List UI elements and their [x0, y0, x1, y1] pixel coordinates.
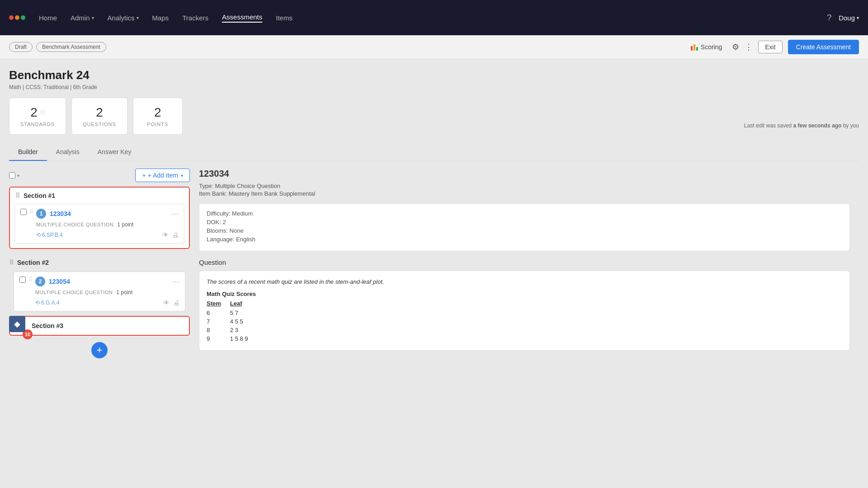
gear-icon[interactable]: ⚙	[732, 42, 739, 52]
section-1-container: ⠿ Section #1 ⠿ 1 123034 ⋯	[9, 187, 190, 249]
item-card-1[interactable]: ⠿ 1 123034 ⋯ MULTIPLE CHOICE QUESTION 1 …	[14, 204, 184, 244]
chevron-down-icon: ▾	[857, 15, 859, 20]
select-dropdown-icon[interactable]: ▾	[17, 173, 19, 178]
scoring-button[interactable]: Scoring	[686, 41, 726, 53]
nav-right: ? Doug ▾	[827, 13, 859, 23]
difficulty-row: Difficulty: Medium	[207, 210, 842, 217]
blooms-row: Blooms: None	[207, 227, 842, 234]
exit-button[interactable]: Exit	[758, 41, 782, 53]
item-1-checkbox[interactable]	[20, 209, 27, 215]
select-all-checkbox[interactable]	[9, 172, 15, 178]
more-options-icon[interactable]: ⋮	[745, 42, 753, 52]
chevron-down-icon: ▾	[137, 15, 139, 20]
chevron-down-icon: ▾	[92, 15, 94, 20]
scoring-icon	[691, 43, 698, 51]
stem-value: 7	[207, 317, 230, 326]
diamond-icon: ◆	[9, 316, 25, 332]
benchmark-badge[interactable]: Benchmark Assessment	[36, 42, 106, 52]
item-1-type-row: MULTIPLE CHOICE QUESTION 1 point	[36, 221, 179, 228]
item-detail-bank: Item Bank: Mastery Item Bank Supplementa…	[199, 190, 850, 197]
main-layout: ▾ + + Add Item ▾ ⠿ Section #1 ⠿	[9, 169, 859, 363]
item-2-number: 2	[35, 277, 45, 286]
question-content: The scores of a recent math quiz are lis…	[199, 271, 850, 351]
item-2-id: 123054	[49, 278, 169, 285]
language-row: Language: English	[207, 236, 842, 243]
dok-row: DOK: 2	[207, 219, 842, 225]
item-1-id: 123034	[50, 210, 168, 217]
standard-icon: ⟲	[35, 300, 40, 306]
item-1-drag-icon[interactable]: ⠿	[29, 209, 33, 215]
table-header-leaf: Leaf	[230, 299, 257, 309]
item-card-2[interactable]: ⠿ 2 123054 ⋯ MULTIPLE CHOICE QUESTION 1 …	[14, 272, 185, 311]
table-row: 6 5 7	[207, 309, 257, 317]
stem-leaf-table: Stem Leaf 6 5 7 7 4 5 5	[207, 299, 257, 343]
top-action-row: ▾ + + Add Item ▾	[9, 169, 190, 182]
item-1-footer: ⟲ 6.SP.B.4 👁 🖨	[36, 231, 179, 239]
table-title: Math Quiz Scores	[207, 291, 842, 297]
tab-builder[interactable]: Builder	[9, 144, 47, 161]
stats-row: 2 ⓘ STANDARDS 2 QUESTIONS 2 POINTS	[9, 98, 859, 135]
draft-badge[interactable]: Draft	[9, 42, 33, 52]
chevron-down-icon: ▾	[181, 173, 183, 178]
item-2-actions: 👁 🖨	[163, 299, 179, 306]
tab-answer-key[interactable]: Answer Key	[89, 144, 141, 161]
help-icon[interactable]: ?	[827, 13, 831, 23]
nav-home[interactable]: Home	[39, 14, 57, 22]
nav-items[interactable]: Items	[276, 14, 292, 22]
add-item-button[interactable]: + + Add Item ▾	[135, 169, 190, 182]
leaf-value: 5 7	[230, 309, 257, 317]
tab-analysis[interactable]: Analysis	[47, 144, 89, 161]
item-2-checkbox[interactable]	[19, 277, 26, 283]
stem-value: 6	[207, 309, 230, 317]
item-detail-type: Type: Multiple Choice Question	[199, 183, 850, 189]
print-icon[interactable]: 🖨	[172, 231, 179, 239]
item-detail-title: 123034	[199, 169, 850, 179]
question-text: The scores of a recent math quiz are lis…	[207, 278, 842, 285]
table-row: 7 4 5 5	[207, 317, 257, 326]
table-row: 8 2 3	[207, 326, 257, 334]
drag-handle-2-icon[interactable]: ⠿	[9, 259, 14, 266]
item-2-type-row: MULTIPLE CHOICE QUESTION 1 point	[35, 289, 179, 296]
create-assessment-button[interactable]: Create Assessment	[788, 40, 859, 54]
standards-info-icon[interactable]: ⓘ	[40, 109, 45, 116]
add-section-area: +	[9, 342, 190, 358]
nav-assessments[interactable]: Assessments	[222, 13, 262, 23]
table-header-stem: Stem	[207, 299, 230, 309]
leaf-value: 1 5 8 9	[230, 334, 257, 343]
section-3-partial: Section #3	[9, 316, 190, 336]
standards-stat: 2 ⓘ STANDARDS	[9, 98, 66, 135]
preview-icon[interactable]: 👁	[163, 299, 170, 306]
item-2-drag-icon[interactable]: ⠿	[28, 277, 33, 283]
drag-handle-icon[interactable]: ⠿	[15, 192, 20, 199]
item-2-header: 2 123054 ⋯	[35, 277, 179, 286]
standard-2-badge: ⟲ 6.G.A.4	[35, 300, 60, 306]
leaf-value: 2 3	[230, 326, 257, 334]
section-3-area: 10 ◆ Section #3	[9, 316, 190, 336]
main-tabs: Builder Analysis Answer Key	[9, 144, 859, 161]
nav-maps[interactable]: Maps	[152, 14, 169, 22]
questions-stat: 2 QUESTIONS	[71, 98, 127, 135]
item-1-actions: 👁 🖨	[162, 231, 179, 239]
print-icon[interactable]: 🖨	[173, 299, 179, 306]
nav-trackers[interactable]: Trackers	[182, 14, 208, 22]
item-2-footer: ⟲ 6.G.A.4 👁 🖨	[35, 299, 179, 306]
table-row: 9 1 5 8 9	[207, 334, 257, 343]
stem-value: 9	[207, 334, 230, 343]
stem-value: 8	[207, 326, 230, 334]
section-2-header: ⠿ Section #2	[9, 255, 190, 270]
item-2-menu-icon[interactable]: ⋯	[172, 277, 179, 286]
item-1-number: 1	[36, 209, 46, 219]
item-1-header: 1 123034 ⋯	[36, 209, 179, 219]
nav-analytics[interactable]: Analytics ▾	[108, 14, 139, 22]
plus-icon: +	[142, 172, 146, 179]
section-1-header: ⠿ Section #1	[10, 188, 189, 204]
nav-admin[interactable]: Admin ▾	[71, 14, 94, 22]
standard-1-badge: ⟲ 6.SP.B.4	[36, 232, 63, 238]
left-panel: ▾ + + Add Item ▾ ⠿ Section #1 ⠿	[9, 169, 190, 363]
toolbar: Draft Benchmark Assessment Scoring ⚙ ⋮ E…	[0, 35, 868, 59]
add-section-button[interactable]: +	[91, 342, 108, 358]
item-1-menu-icon[interactable]: ⋯	[171, 210, 179, 218]
page-content: Benchmark 24 Math | CCSS: Traditional | …	[0, 59, 868, 372]
user-menu[interactable]: Doug ▾	[839, 14, 859, 22]
preview-icon[interactable]: 👁	[162, 231, 169, 239]
